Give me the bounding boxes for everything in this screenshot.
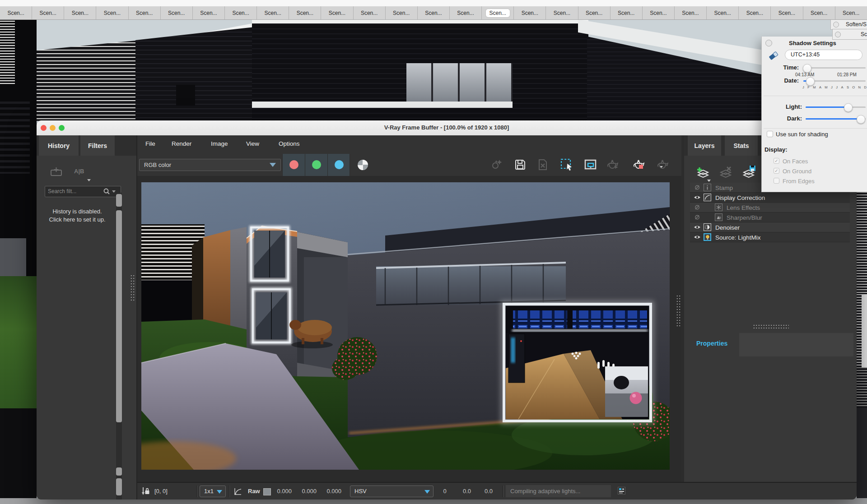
time-slider-knob[interactable] [803, 64, 811, 73]
eye-icon[interactable] [694, 225, 701, 230]
red-channel-button[interactable] [282, 154, 305, 176]
channel-mode-select[interactable]: RGB color [139, 159, 281, 171]
collapse-dot[interactable] [765, 40, 772, 46]
layer-row[interactable]: Source: LightMix [690, 232, 850, 242]
scene-tab[interactable]: Scen... [578, 6, 611, 19]
use-sun-checkbox[interactable] [767, 131, 773, 137]
eye-icon[interactable] [694, 195, 701, 200]
scrollbar-thumb[interactable] [116, 478, 122, 495]
scene-tab[interactable]: Scen... [707, 6, 739, 19]
scene-tab[interactable]: Scen... [321, 6, 353, 19]
log-messages-icon[interactable] [618, 487, 625, 495]
scene-tab[interactable]: Scen... [450, 6, 482, 19]
layer-row[interactable]: Sharpen/Blur [690, 213, 850, 222]
history-empty-message[interactable]: History is disabled. [37, 208, 118, 216]
scene-tab[interactable]: Scen... [129, 6, 161, 19]
layer-row[interactable]: Denoiser [690, 222, 850, 232]
scene-tab[interactable]: Scen... [675, 6, 707, 19]
scene-tab[interactable]: Scen... [225, 6, 257, 19]
scene-tab[interactable]: Scen... [64, 6, 96, 19]
soften-smooth-dialog-bar[interactable]: Soften/S [830, 19, 867, 30]
menu-image[interactable]: Image [211, 140, 228, 147]
color-mode-select[interactable]: HSV [350, 486, 434, 497]
denoise-sparkles-icon[interactable] [489, 157, 504, 172]
scene-tab[interactable]: Scen... [0, 6, 32, 19]
scrollbar-thumb[interactable] [116, 210, 122, 422]
clear-image-icon[interactable] [536, 157, 550, 172]
interactive-render-teapot-icon[interactable] [656, 157, 670, 172]
stop-render-teapot-button[interactable] [632, 157, 646, 172]
scene-tab[interactable]: Scen... [257, 6, 289, 19]
left-splitter-handle[interactable] [130, 274, 135, 301]
save-layers-button[interactable] [741, 165, 757, 179]
pin-lock-icon[interactable] [141, 486, 149, 496]
scene-tab[interactable]: Scen... [96, 6, 128, 19]
vfb-titlebar[interactable]: V-Ray Frame Buffer - [100.0% of 1920 x 1… [37, 120, 857, 136]
menu-view[interactable]: View [246, 140, 259, 147]
compare-overlay-button[interactable] [583, 157, 598, 172]
add-layer-button[interactable] [695, 165, 711, 179]
scene-tab[interactable]: Scen... [643, 6, 675, 19]
checkbox[interactable]: ✓ [774, 168, 779, 174]
checkbox[interactable] [774, 178, 779, 184]
search-filter-chevron-icon[interactable] [112, 190, 116, 193]
tab-layers[interactable]: Layers [688, 135, 721, 156]
render-last-teapot-icon[interactable] [606, 157, 620, 172]
layer-row[interactable]: Display Correction [690, 193, 850, 203]
search-input[interactable]: Search filt... [45, 186, 121, 197]
scene-tab[interactable]: Scen... [739, 6, 771, 19]
eye-off-icon[interactable] [694, 205, 701, 210]
time-slider[interactable] [803, 67, 866, 69]
light-slider-knob[interactable] [844, 103, 853, 112]
scene-tab[interactable]: Scen... [482, 6, 514, 19]
alpha-checker-button[interactable] [358, 160, 368, 170]
scene-tab[interactable]: Scen... [32, 6, 64, 19]
eye-off-icon[interactable] [694, 185, 701, 190]
scene-tab[interactable]: Scen... [354, 6, 386, 19]
date-slider-knob[interactable] [806, 77, 815, 86]
scene-tab[interactable]: Scen... [386, 6, 418, 19]
menu-options[interactable]: Options [279, 140, 300, 147]
scene-tab[interactable]: Scen... [546, 6, 578, 19]
curve-tool-icon[interactable] [233, 487, 242, 496]
scene-tab[interactable]: Scen... [289, 6, 321, 19]
history-empty-message-2[interactable]: Click here to set it up. [37, 216, 118, 224]
tab-stats[interactable]: Stats [725, 135, 758, 156]
menu-file[interactable]: File [145, 140, 155, 147]
properties-box[interactable] [739, 333, 853, 356]
save-image-button[interactable] [513, 157, 527, 172]
scene-tab[interactable]: Scen... [161, 6, 193, 19]
scene-tab[interactable]: Scen... [418, 6, 450, 19]
green-channel-button[interactable] [305, 154, 327, 176]
light-slider[interactable] [806, 106, 866, 108]
tab-filters[interactable]: Filters [80, 135, 115, 156]
region-render-button[interactable] [559, 157, 574, 172]
add-layer-chevron-icon[interactable] [707, 180, 711, 182]
scene-tab[interactable]: Scen... [835, 6, 867, 19]
eye-off-icon[interactable] [694, 215, 701, 220]
scene-tab[interactable]: Scen... [611, 6, 643, 19]
scrollbar-thumb[interactable] [116, 194, 122, 207]
add-snapshot-icon[interactable] [50, 167, 62, 176]
collapse-dot[interactable] [833, 22, 839, 28]
scene-tab[interactable]: Scen... [193, 6, 225, 19]
scene-tab[interactable]: Scen... [771, 6, 803, 19]
checkbox[interactable]: ✓ [774, 158, 779, 164]
blue-channel-button[interactable] [327, 154, 350, 176]
timezone-field[interactable]: UTC+13:45 [785, 50, 862, 60]
tab-history[interactable]: History [39, 135, 79, 156]
render-image[interactable] [141, 182, 670, 470]
eye-icon[interactable] [694, 235, 701, 240]
dark-slider-knob[interactable] [857, 115, 865, 124]
collapse-dot[interactable] [835, 32, 841, 37]
zoom-select[interactable]: 1x1 [200, 486, 226, 497]
scene-tab[interactable]: Scen... [514, 6, 546, 19]
scenes-dialog-bar[interactable]: Sc [832, 29, 867, 40]
ab-compare-icon[interactable]: A|B [74, 168, 84, 175]
properties-splitter-handle[interactable] [753, 324, 789, 329]
menu-render[interactable]: Render [172, 140, 191, 147]
history-options-chevron-icon[interactable] [87, 179, 91, 181]
scene-tab[interactable]: Scen... [803, 6, 835, 19]
layer-row[interactable]: Lens Effects [690, 203, 850, 213]
scrollbar-thumb[interactable] [116, 467, 122, 476]
